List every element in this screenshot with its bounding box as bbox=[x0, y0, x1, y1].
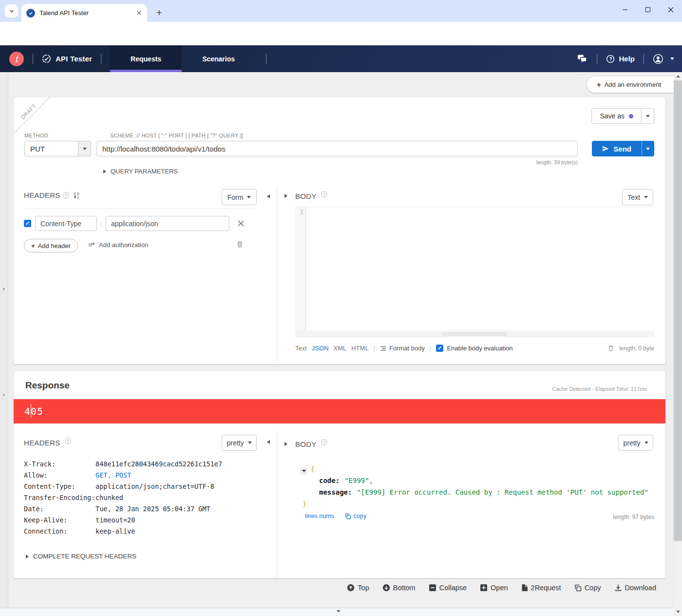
tab-scenarios[interactable]: Scenarios bbox=[182, 45, 255, 72]
circle-arrow-up-icon bbox=[347, 584, 355, 592]
header-value-input[interactable] bbox=[106, 216, 229, 231]
add-environment-button[interactable]: + Add an environment bbox=[587, 77, 674, 93]
help-badge-icon[interactable]: ? bbox=[65, 438, 71, 444]
body-evaluation-checkbox[interactable]: ✓ bbox=[436, 345, 443, 352]
format-tab-json[interactable]: JSON bbox=[312, 345, 329, 352]
chevron-down-icon bbox=[248, 442, 252, 444]
top-button[interactable]: Top bbox=[347, 584, 369, 592]
chevron-down-icon bbox=[646, 115, 650, 117]
triangle-right-icon bbox=[26, 555, 29, 558]
colon-separator: : bbox=[100, 220, 102, 228]
editor-resize-handle[interactable] bbox=[295, 330, 654, 337]
chevron-down-icon bbox=[83, 148, 87, 150]
tab-requests[interactable]: Requests bbox=[110, 45, 182, 72]
response-header-row: Transfer-Encoding:chunked bbox=[24, 494, 123, 501]
vertical-scrollbar-thumb[interactable] bbox=[674, 80, 682, 541]
collapse-response-body-toggle[interactable] bbox=[284, 442, 287, 446]
response-body-mode-button[interactable]: pretty bbox=[618, 435, 653, 451]
download-icon bbox=[614, 584, 622, 592]
tab-close-icon[interactable] bbox=[136, 10, 142, 16]
panel-divider bbox=[277, 431, 277, 578]
expand-sidebar-chevron[interactable]: › bbox=[2, 286, 5, 292]
scroll-up-button[interactable] bbox=[674, 72, 682, 80]
window-minimize-button[interactable] bbox=[613, 0, 636, 19]
format-body-label: Format body bbox=[389, 345, 425, 352]
complete-request-headers-toggle[interactable]: COMPLETE REQUEST HEADERS bbox=[26, 553, 136, 560]
tab-title: Talend API Tester bbox=[39, 9, 132, 17]
format-tab-html[interactable]: HTML bbox=[351, 345, 368, 352]
chevron-down-icon bbox=[247, 196, 251, 198]
download-button[interactable]: Download bbox=[614, 584, 657, 592]
allow-methods-link[interactable]: GET, POST bbox=[95, 471, 131, 479]
response-headers-title-row: HEADERS ? bbox=[24, 438, 71, 447]
response-headers-mode-label: pretty bbox=[227, 439, 244, 447]
remove-header-icon[interactable] bbox=[238, 220, 244, 227]
file-icon bbox=[521, 584, 528, 592]
save-as-dropdown-button[interactable] bbox=[642, 108, 654, 124]
sort-az-icon[interactable]: AZ bbox=[73, 192, 80, 199]
clear-body-trash-icon[interactable] bbox=[607, 345, 614, 352]
body-mode-button[interactable]: Text bbox=[622, 189, 653, 205]
triangle-right-icon bbox=[103, 170, 106, 173]
scroll-down-button[interactable] bbox=[674, 608, 682, 616]
expand-sidebar-chevron[interactable]: › bbox=[2, 391, 5, 398]
format-body-button[interactable]: Format body bbox=[380, 345, 425, 352]
copy-button[interactable]: Copy bbox=[574, 584, 601, 592]
send-button[interactable]: Send bbox=[592, 141, 642, 156]
add-authorization-button[interactable]: Add authorization bbox=[88, 241, 148, 249]
collapse-panel-left-icon[interactable] bbox=[267, 440, 270, 444]
format-tab-xml[interactable]: XML bbox=[334, 345, 347, 352]
vertical-scrollbar[interactable] bbox=[674, 72, 682, 616]
collapse-panel-left-icon[interactable] bbox=[267, 194, 270, 198]
save-as-button[interactable]: Save as bbox=[591, 108, 642, 124]
lines-nums-link[interactable]: lines nums bbox=[305, 513, 334, 520]
scroll-down-hint-icon[interactable] bbox=[337, 610, 341, 613]
add-header-label: Add header bbox=[38, 242, 71, 250]
horizontal-scrollbar[interactable] bbox=[0, 608, 674, 616]
separator: | bbox=[430, 345, 431, 352]
format-tab-text[interactable]: Text bbox=[295, 345, 307, 352]
tab-search-button[interactable] bbox=[5, 4, 18, 18]
response-header-row: Date:Tue, 28 Jan 2025 05:04:37 GMT bbox=[24, 505, 210, 513]
collapse-json-node-icon[interactable] bbox=[300, 467, 307, 475]
account-chevron-down-icon[interactable] bbox=[670, 58, 674, 60]
to-request-button[interactable]: 2Request bbox=[521, 584, 561, 592]
help-badge-icon[interactable]: ? bbox=[321, 439, 327, 445]
window-maximize-button[interactable] bbox=[636, 0, 659, 19]
window-close-button[interactable] bbox=[659, 0, 682, 19]
editor-gutter: 1 bbox=[295, 207, 306, 330]
body-title: BODY bbox=[295, 192, 317, 200]
new-tab-button[interactable]: + bbox=[152, 5, 167, 20]
method-select[interactable]: PUT bbox=[24, 141, 91, 156]
separator: | bbox=[374, 345, 375, 352]
add-header-button[interactable]: + Add header bbox=[24, 239, 78, 252]
copy-body-link[interactable]: copy bbox=[345, 513, 366, 520]
collapse-body-toggle[interactable] bbox=[284, 194, 287, 198]
chat-feedback-icon[interactable] bbox=[577, 54, 588, 64]
header-enabled-checkbox[interactable]: ✓ bbox=[24, 220, 31, 227]
brand[interactable]: API Tester bbox=[42, 54, 92, 63]
request-headers-title-row: HEADERS ? AZ bbox=[24, 191, 80, 199]
request-url-input[interactable] bbox=[96, 141, 578, 156]
help-badge-icon[interactable]: ? bbox=[321, 191, 327, 197]
bottom-button[interactable]: Bottom bbox=[382, 584, 416, 592]
request-body-editor[interactable]: 1 bbox=[295, 207, 654, 337]
response-header-row: Connection:keep-alive bbox=[24, 527, 135, 535]
help-button[interactable]: ? Help bbox=[606, 55, 635, 63]
help-badge-icon[interactable]: ? bbox=[63, 192, 69, 198]
enable-body-evaluation-toggle[interactable]: ✓ Enable body evaluation bbox=[436, 345, 512, 352]
body-editor-footer: Text JSON XML HTML | Format body | ✓ Ena… bbox=[295, 345, 654, 352]
headers-mode-button[interactable]: Form bbox=[222, 189, 257, 205]
open-button[interactable]: Open bbox=[480, 584, 508, 592]
response-card: Response Cache Detected - Elapsed Time: … bbox=[14, 371, 665, 578]
query-parameters-toggle[interactable]: QUERY PARAMETERS bbox=[103, 168, 178, 175]
talend-logo[interactable]: t bbox=[9, 52, 24, 66]
header-name-input[interactable] bbox=[35, 216, 97, 231]
collapse-button[interactable]: Collapse bbox=[429, 584, 467, 592]
method-dropdown-arrow[interactable] bbox=[78, 141, 91, 156]
delete-headers-trash-icon[interactable] bbox=[236, 240, 244, 248]
response-headers-mode-button[interactable]: pretty bbox=[222, 435, 257, 451]
account-icon[interactable] bbox=[653, 54, 663, 64]
send-dropdown-button[interactable] bbox=[642, 141, 654, 156]
browser-tab[interactable]: Talend API Tester bbox=[21, 4, 147, 22]
